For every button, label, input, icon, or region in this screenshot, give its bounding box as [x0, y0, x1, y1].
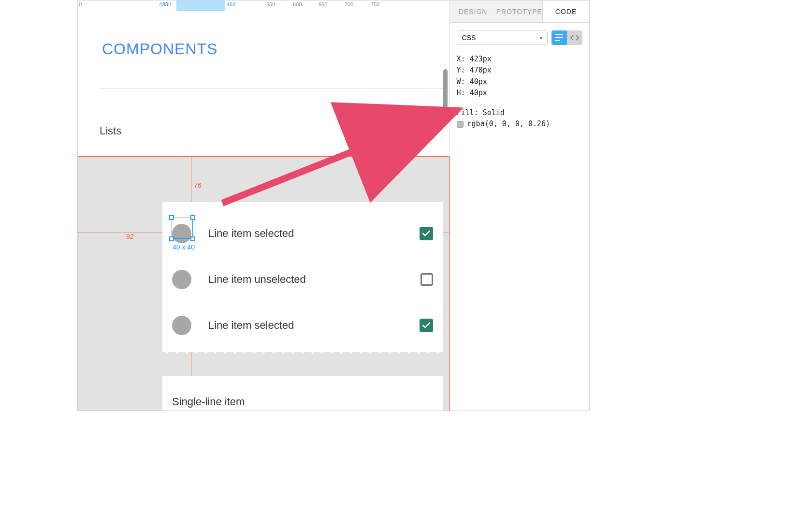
list-row[interactable]: Line item selected — [172, 219, 433, 248]
list-row[interactable]: Line item unselected — [172, 265, 433, 294]
checkbox-checked-icon[interactable] — [420, 319, 433, 332]
canvas-content: COMPONENTS Lists 76 92 Line item selecte… — [78, 11, 450, 411]
prop-y: Y: 470px — [457, 65, 582, 76]
tab-prototype[interactable]: PROTOTYPE — [496, 0, 542, 22]
ruler-selection-start: 423 — [159, 1, 168, 7]
prop-x: X: 423px — [457, 54, 582, 65]
ruler-tick: 650 — [319, 1, 327, 7]
ruler-tick: 700 — [345, 1, 353, 7]
code-view-button[interactable] — [567, 30, 582, 45]
ruler-selection-end: 463 — [227, 1, 235, 7]
canvas[interactable]: 0 350 550 600 650 700 750 423 463 COMPON… — [78, 0, 450, 411]
checkbox-unchecked-icon[interactable] — [420, 273, 433, 286]
avatar-icon[interactable] — [172, 224, 191, 243]
inspector-panel: DESIGN PROTOTYPE CODE CSS ▾ — [450, 0, 589, 411]
prop-w: W: 40px — [457, 76, 582, 88]
section-heading: Lists — [100, 125, 121, 137]
selection-dimensions: 40 x 40 — [173, 243, 195, 251]
avatar-icon[interactable] — [172, 270, 191, 289]
panel-tabs: DESIGN PROTOTYPE CODE — [450, 0, 589, 23]
chevron-down-icon: ▾ — [540, 35, 542, 41]
color-swatch-icon[interactable] — [457, 121, 464, 128]
divider — [100, 88, 450, 89]
ruler-selection-range — [176, 0, 225, 11]
ruler-tick: 600 — [293, 1, 302, 7]
avatar-icon[interactable] — [172, 316, 191, 335]
view-toggle-group — [551, 30, 582, 45]
prop-fill-label: Fill: Solid — [457, 107, 582, 118]
list-item-label: Single-line item — [172, 396, 245, 408]
measurement-left: 92 — [126, 233, 134, 240]
panel-body: CSS ▾ X: 423px Y: 470px W: 40px — [450, 23, 589, 411]
ruler-tick: 550 — [266, 1, 275, 7]
tab-code[interactable]: CODE — [542, 0, 589, 22]
prop-fill-value: rgba(0, 0, 0, 0.26) — [467, 118, 551, 130]
checkbox-checked-icon[interactable] — [420, 227, 433, 240]
ruler-tick: 750 — [371, 1, 379, 7]
css-properties: X: 423px Y: 470px W: 40px H: 40px Fill: … — [457, 54, 582, 130]
app-frame: 0 350 550 600 650 700 750 423 463 COMPON… — [77, 0, 590, 411]
ruler-horizontal: 0 350 550 600 650 700 750 423 463 — [78, 0, 450, 11]
tear-edge-icon — [162, 348, 443, 354]
list-card[interactable]: Line item selected Line item unselected … — [162, 202, 443, 352]
list-item-label: Line item unselected — [208, 273, 420, 286]
language-select-value: CSS — [462, 34, 476, 42]
language-select[interactable]: CSS ▾ — [457, 30, 548, 45]
list-row[interactable]: Line item selected — [172, 311, 433, 340]
scrollbar-thumb[interactable] — [443, 69, 448, 117]
measurement-top: 76 — [194, 181, 202, 189]
list-card[interactable]: Single-line item — [162, 376, 443, 411]
tab-design[interactable]: DESIGN — [450, 0, 496, 22]
ruler-tick: 0 — [79, 1, 82, 7]
list-item-label: Line item selected — [208, 227, 420, 240]
list-view-button[interactable] — [551, 30, 567, 45]
page-title: COMPONENTS — [102, 40, 218, 58]
prop-h: H: 40px — [457, 88, 582, 99]
list-item-label: Line item selected — [208, 319, 420, 332]
